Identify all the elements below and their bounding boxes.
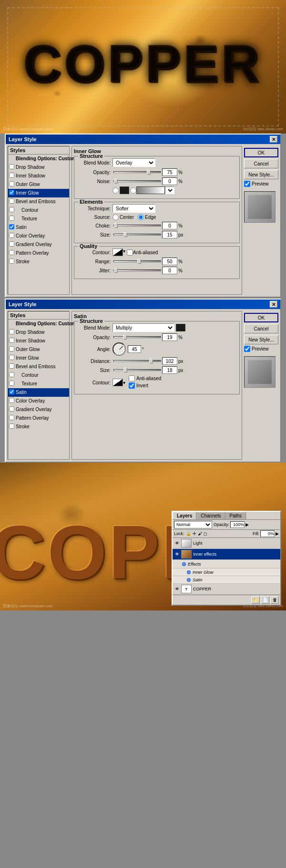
layer-row-copper[interactable]: 👁 T COPPER xyxy=(173,584,280,595)
checkbox-inner-glow-2[interactable] xyxy=(9,355,14,360)
layer-row-inner-effects[interactable]: 👁 Inner effects xyxy=(173,549,280,560)
satin-size-input[interactable] xyxy=(162,366,177,374)
eye-icon-inner-effects[interactable]: 👁 xyxy=(174,551,180,557)
sidebar-item-satin-2[interactable]: Satin xyxy=(8,388,69,397)
delete-layer-btn[interactable]: 🗑 xyxy=(270,596,279,604)
opacity-field[interactable] xyxy=(230,521,245,528)
sidebar-item-contour-2[interactable]: Contour xyxy=(8,371,69,380)
sidebar-item-blending-2[interactable]: Blending Options: Custom xyxy=(8,320,69,328)
sidebar-item-satin[interactable]: Satin xyxy=(8,223,69,232)
checkbox-bevel-2[interactable] xyxy=(9,363,14,369)
edge-label[interactable]: Edge xyxy=(138,214,156,220)
satin-blend-mode-select[interactable]: Multiply xyxy=(112,323,174,332)
sidebar-item-inner-glow[interactable]: Inner Glow xyxy=(8,189,69,197)
distance-slider[interactable] xyxy=(113,360,161,362)
color-swatch[interactable] xyxy=(120,186,129,194)
cancel-button-1[interactable]: Cancel xyxy=(244,159,278,168)
gradient-type-select[interactable] xyxy=(165,186,174,194)
checkbox-satin[interactable] xyxy=(9,224,14,229)
sidebar-item-texture[interactable]: Texture xyxy=(8,215,69,223)
checkbox-color-overlay[interactable] xyxy=(9,233,14,238)
satin-color-swatch[interactable] xyxy=(176,324,185,331)
checkbox-pattern-overlay[interactable] xyxy=(9,250,14,255)
move-icon[interactable]: ✛ xyxy=(193,531,196,536)
fill-field[interactable] xyxy=(260,530,275,537)
sidebar-item-inner-glow-2[interactable]: Inner Glow xyxy=(8,354,69,362)
checkbox-outer-glow-2[interactable] xyxy=(9,346,14,351)
checkbox-drop-shadow-2[interactable] xyxy=(9,329,14,334)
anti-aliased-checkbox-2[interactable] xyxy=(129,375,135,382)
checkbox-drop-shadow[interactable] xyxy=(9,164,14,169)
sidebar-item-stroke[interactable]: Stroke xyxy=(8,258,69,266)
size-slider[interactable] xyxy=(113,234,161,236)
checkbox-contour-2[interactable] xyxy=(9,372,14,377)
checkbox-stroke-2[interactable] xyxy=(9,424,14,429)
ok-button-1[interactable]: OK xyxy=(244,148,278,157)
sidebar-item-bevel-2[interactable]: Bevel and Emboss xyxy=(8,362,69,371)
lock-icon[interactable]: 🔒 xyxy=(186,531,191,536)
checkbox-texture[interactable] xyxy=(9,216,14,221)
layer-row-light[interactable]: 👁 Light xyxy=(173,538,280,549)
satin-contour-swatch[interactable] xyxy=(112,379,123,386)
noise-input[interactable] xyxy=(162,177,177,185)
tab-paths[interactable]: Paths xyxy=(225,512,246,519)
dialog-close-1[interactable]: ✕ xyxy=(270,136,277,143)
preview-checkbox-2[interactable] xyxy=(244,346,250,352)
checkbox-inner-shadow[interactable] xyxy=(9,173,14,178)
checkbox-color-overlay-2[interactable] xyxy=(9,398,14,403)
checkbox-inner-shadow-2[interactable] xyxy=(9,338,14,343)
new-style-button-1[interactable]: New Style... xyxy=(244,170,278,179)
tab-channels[interactable]: Channels xyxy=(196,512,225,519)
size-input[interactable] xyxy=(162,231,177,238)
sidebar-item-drop-shadow[interactable]: Drop Shadow xyxy=(8,163,69,172)
choke-slider[interactable] xyxy=(113,225,161,227)
preview-checkbox-1[interactable] xyxy=(244,181,250,187)
new-layer-btn[interactable]: 📄 xyxy=(261,596,269,604)
sidebar-item-stroke-2[interactable]: Stroke xyxy=(8,423,69,431)
eye-icon-copper[interactable]: 👁 xyxy=(174,586,180,592)
sidebar-item-color-overlay-2[interactable]: Color Overlay xyxy=(8,397,69,405)
opacity-slider[interactable] xyxy=(113,171,161,173)
center-radio[interactable] xyxy=(112,214,119,220)
checkbox-gradient-overlay[interactable] xyxy=(9,241,14,247)
checkbox-pattern-overlay-2[interactable] xyxy=(9,415,14,420)
opacity-input[interactable] xyxy=(162,168,177,176)
checkbox-outer-glow[interactable] xyxy=(9,181,14,186)
sidebar-item-inner-shadow-2[interactable]: Inner Shadow xyxy=(8,337,69,345)
eye-icon-light[interactable]: 👁 xyxy=(174,540,180,546)
color-radio[interactable] xyxy=(112,187,119,194)
sidebar-item-color-overlay[interactable]: Color Overlay xyxy=(8,232,69,240)
tab-layers[interactable]: Layers xyxy=(173,512,196,519)
blend-mode-select[interactable]: Overlay xyxy=(112,158,155,167)
sidebar-item-inner-shadow[interactable]: Inner Shadow xyxy=(8,172,69,180)
sidebar-item-pattern-overlay[interactable]: Pattern Overlay xyxy=(8,249,69,258)
gradient-swatch[interactable] xyxy=(136,186,165,194)
checkbox-bevel[interactable] xyxy=(9,198,14,204)
jitter-input[interactable] xyxy=(162,267,177,274)
invert-checkbox[interactable] xyxy=(129,382,135,389)
range-slider[interactable] xyxy=(113,260,161,262)
dialog-close-2[interactable]: ✕ xyxy=(270,301,277,308)
sidebar-item-drop-shadow-2[interactable]: Drop Shadow xyxy=(8,328,69,337)
anti-aliased-checkbox[interactable] xyxy=(127,249,133,256)
contour-swatch[interactable] xyxy=(112,248,123,256)
satin-size-slider[interactable] xyxy=(113,369,161,371)
ok-button-2[interactable]: OK xyxy=(244,313,278,322)
center-label[interactable]: Center xyxy=(112,214,134,220)
cancel-button-2[interactable]: Cancel xyxy=(244,324,278,333)
blend-mode-dropdown[interactable]: Normal xyxy=(174,521,212,528)
fill-arrow[interactable]: ▶ xyxy=(276,531,279,536)
checkbox-inner-glow[interactable] xyxy=(9,190,14,195)
sidebar-item-pattern-overlay-2[interactable]: Pattern Overlay xyxy=(8,414,69,423)
gradient-radio[interactable] xyxy=(130,187,136,194)
sidebar-item-gradient-overlay[interactable]: Gradient Overlay xyxy=(8,240,69,249)
technique-select[interactable]: Softer xyxy=(112,204,155,213)
paint-icon[interactable]: 🖌 xyxy=(198,531,202,536)
opacity-arrow[interactable]: ▶ xyxy=(245,522,249,527)
satin-opacity-input[interactable] xyxy=(162,333,177,341)
all-icon[interactable]: ◻ xyxy=(204,531,207,536)
checkbox-texture-2[interactable] xyxy=(9,381,14,386)
checkbox-satin-2[interactable] xyxy=(9,389,14,394)
sidebar-item-bevel[interactable]: Bevel and Emboss xyxy=(8,197,69,206)
checkbox-gradient-overlay-2[interactable] xyxy=(9,406,14,412)
